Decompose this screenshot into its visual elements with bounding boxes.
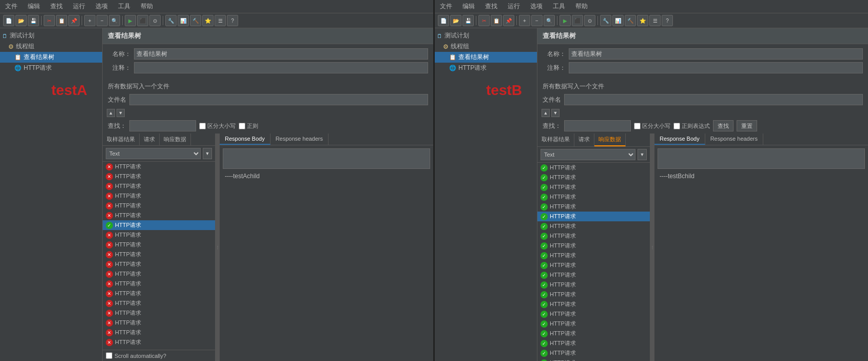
list-item-selected-b[interactable]: ✓ HTTP请求 [537, 212, 650, 221]
toolbar-open-b[interactable]: 📂 [450, 15, 461, 26]
scroll-auto-check-a[interactable] [106, 352, 112, 359]
menu-tools-b[interactable]: 工具 [551, 1, 567, 12]
toolbar-help-a[interactable]: ? [227, 15, 238, 26]
list-item[interactable]: ✕ HTTP请求 [103, 337, 215, 347]
response-tab-body-a[interactable]: Response Body [220, 134, 271, 145]
comment-input-b[interactable] [569, 62, 863, 73]
list-item[interactable]: ✓ HTTP请求 [537, 163, 650, 173]
list-item[interactable]: ✓ HTTP请求 [537, 348, 650, 358]
arrow-up-b[interactable]: ▲ [542, 109, 550, 117]
menu-tools-a[interactable]: 工具 [116, 1, 132, 12]
list-item[interactable]: ✕ HTTP请求 [103, 181, 215, 191]
toolbar-browse-b[interactable]: 🔍 [544, 15, 555, 26]
menu-edit-a[interactable]: 编辑 [26, 1, 42, 12]
tree-view-result-b[interactable]: 📋 查看结果树 [435, 52, 537, 63]
toolbar-save-a[interactable]: 💾 [28, 15, 39, 26]
list-item[interactable]: ✕ HTTP请求 [103, 191, 215, 201]
toolbar-t1-a[interactable]: 🔧 [165, 15, 177, 26]
toolbar-save-b[interactable]: 💾 [462, 15, 474, 26]
sampler-tab-result-b[interactable]: 取样器结果 [537, 134, 574, 146]
case-check-a[interactable]: 区分大小写 [199, 122, 236, 130]
list-item[interactable]: ✕ HTTP请求 [103, 318, 215, 328]
list-item[interactable]: ✓ HTTP请求 [537, 231, 650, 241]
list-item[interactable]: ✕ HTTP请求 [103, 172, 215, 181]
list-item[interactable]: ✕ HTTP请求 [103, 162, 215, 172]
menu-help-b[interactable]: 帮助 [573, 1, 590, 12]
file-input-a[interactable] [129, 94, 428, 105]
case-check-b[interactable]: 区分大小写 [634, 122, 670, 130]
toolbar-paste-a[interactable]: 📌 [68, 15, 80, 26]
toolbar-browse-a[interactable]: 🔍 [109, 15, 120, 26]
menu-edit-b[interactable]: 编辑 [460, 1, 477, 12]
toolbar-copy-a[interactable]: 📋 [56, 15, 67, 26]
name-input-b[interactable] [569, 48, 863, 60]
type-menu-btn-a[interactable]: ▼ [203, 148, 212, 159]
arrow-down-a[interactable]: ▼ [117, 109, 125, 117]
menu-options-a[interactable]: 选项 [93, 1, 110, 12]
list-item[interactable]: ✓ HTTP请求 [537, 202, 650, 212]
tree-thread-group-a[interactable]: ⚙ 线程组 [0, 41, 102, 52]
list-item-selected-a[interactable]: ✓ HTTP请求 [103, 220, 215, 230]
arrow-down-b[interactable]: ▼ [551, 109, 560, 117]
list-item[interactable]: ✕ HTTP请求 [103, 259, 215, 269]
toolbar-t2-b[interactable]: 📊 [612, 15, 624, 26]
list-item[interactable]: ✓ HTTP请求 [537, 319, 650, 329]
response-tab-headers-a[interactable]: Response headers [271, 134, 329, 145]
toolbar-cut-a[interactable]: ✂ [44, 15, 55, 26]
menu-run-b[interactable]: 运行 [506, 1, 522, 12]
toolbar-add-a[interactable]: + [84, 15, 95, 26]
type-select-a[interactable]: Text [106, 148, 201, 159]
response-tab-headers-b[interactable]: Response headers [705, 134, 763, 145]
list-item[interactable]: ✓ HTTP请求 [537, 280, 650, 290]
list-item[interactable]: ✓ HTTP请求 [537, 192, 650, 202]
toolbar-stop-a[interactable]: ⬛ [137, 15, 148, 26]
list-item[interactable]: ✓ HTTP请求 [537, 173, 650, 182]
drag-handle-b[interactable]: ⋮ [650, 134, 654, 361]
menu-file-b[interactable]: 文件 [438, 1, 454, 12]
regex-check-b[interactable]: 正则表达式 [673, 122, 710, 130]
tree-http-a[interactable]: 🌐 HTTP请求 [0, 63, 102, 73]
response-textarea-b[interactable] [658, 148, 865, 169]
tree-test-plan-a[interactable]: 🗒 测试计划 [0, 30, 102, 41]
toolbar-open-a[interactable]: 📂 [15, 15, 27, 26]
list-item[interactable]: ✓ HTTP请求 [537, 290, 650, 299]
toolbar-t3-b[interactable]: 🔨 [625, 15, 636, 26]
toolbar-help-b[interactable]: ? [662, 15, 673, 26]
response-tab-body-b[interactable]: Response Body [654, 134, 705, 145]
toolbar-paste-b[interactable]: 📌 [503, 15, 514, 26]
arrow-up-a[interactable]: ▲ [107, 109, 115, 117]
toolbar-add-b[interactable]: + [519, 15, 530, 26]
case-checkbox-a[interactable] [199, 123, 206, 129]
toolbar-t4-a[interactable]: ⭐ [202, 15, 214, 26]
list-item[interactable]: ✓ HTTP请求 [537, 338, 650, 348]
list-item[interactable]: ✓ HTTP请求 [537, 241, 650, 251]
menu-find-a[interactable]: 查找 [48, 1, 65, 12]
list-item[interactable]: ✕ HTTP请求 [103, 328, 215, 337]
toolbar-remove-a[interactable]: − [97, 15, 108, 26]
list-item[interactable]: ✓ HTTP请求 [537, 251, 650, 260]
toolbar-t5-b[interactable]: ☰ [649, 15, 661, 26]
regex-checkbox-b[interactable] [673, 123, 680, 129]
toolbar-t4-b[interactable]: ⭐ [637, 15, 648, 26]
menu-run-a[interactable]: 运行 [71, 1, 87, 12]
list-item[interactable]: ✕ HTTP请求 [103, 201, 215, 211]
list-item[interactable]: ✕ HTTP请求 [103, 240, 215, 250]
toolbar-new-a[interactable]: 📄 [3, 15, 14, 26]
list-item[interactable]: ✕ HTTP请求 [103, 298, 215, 308]
list-item[interactable]: ✓ HTTP请求 [537, 358, 650, 361]
toolbar-new-b[interactable]: 📄 [438, 15, 449, 26]
tree-http-b[interactable]: 🌐 HTTP请求 [435, 63, 537, 73]
response-textarea-a[interactable] [223, 148, 430, 169]
toolbar-run-a[interactable]: ▶ [125, 15, 136, 26]
toolbar-remove-b[interactable]: − [531, 15, 543, 26]
tree-view-result-a[interactable]: 📋 查看结果树 [0, 52, 102, 63]
toolbar-t3-a[interactable]: 🔨 [190, 15, 201, 26]
type-menu-btn-b[interactable]: ▼ [638, 149, 647, 160]
sampler-list-a[interactable]: ✕ HTTP请求 ✕ HTTP请求 ✕ HTTP请求 [103, 162, 215, 350]
search-button-b[interactable]: 查找 [713, 120, 734, 131]
search-input-b[interactable] [564, 120, 631, 131]
toolbar-t1-b[interactable]: 🔧 [600, 15, 611, 26]
toolbar-run-b[interactable]: ▶ [560, 15, 571, 26]
toolbar-copy-b[interactable]: 📋 [491, 15, 502, 26]
toolbar-clear-b[interactable]: ⊙ [584, 15, 595, 26]
